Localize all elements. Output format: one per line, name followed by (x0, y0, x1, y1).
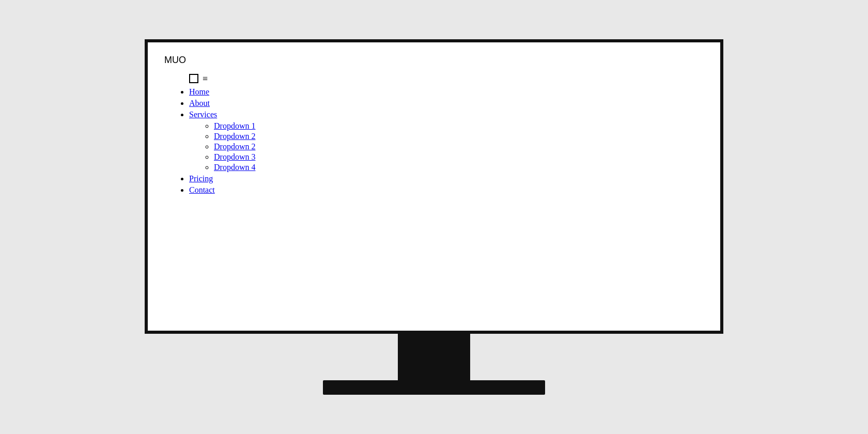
nav-link-pricing[interactable]: Pricing (189, 174, 213, 183)
monitor-wrapper: MUO ≡ HomeAboutServicesDropdown 1Dropdow… (145, 39, 723, 395)
nav-submenu-item: Dropdown 1 (214, 121, 704, 131)
nav-list: HomeAboutServicesDropdown 1Dropdown 2Dro… (164, 87, 704, 195)
nav-item: Home (189, 87, 704, 97)
site-title: MUO (164, 55, 704, 66)
monitor-screen: MUO ≡ HomeAboutServicesDropdown 1Dropdow… (145, 39, 723, 334)
nav-submenu-item: Dropdown 3 (214, 152, 704, 162)
screen-content: MUO ≡ HomeAboutServicesDropdown 1Dropdow… (148, 42, 720, 209)
nav-item: ServicesDropdown 1Dropdown 2Dropdown 2Dr… (189, 110, 704, 172)
nav-item: Pricing (189, 174, 704, 183)
nav-submenu: Dropdown 1Dropdown 2Dropdown 2Dropdown 3… (189, 121, 704, 172)
monitor-stand (323, 334, 545, 395)
monitor-neck-bottom (398, 365, 470, 380)
checkbox-menu-row: ≡ (189, 74, 704, 83)
monitor-neck-top (398, 334, 470, 365)
nav-submenu-link[interactable]: Dropdown 2 (214, 132, 255, 141)
nav-link-services[interactable]: Services (189, 110, 217, 119)
nav-submenu-item: Dropdown 2 (214, 142, 704, 151)
nav-item: About (189, 99, 704, 108)
checkbox-icon[interactable] (189, 74, 198, 83)
nav-item: Contact (189, 185, 704, 195)
nav-submenu-link[interactable]: Dropdown 2 (214, 142, 255, 151)
nav-link-about[interactable]: About (189, 99, 210, 107)
nav-submenu-link[interactable]: Dropdown 3 (214, 152, 255, 161)
nav-submenu-item: Dropdown 4 (214, 163, 704, 172)
nav-submenu-link[interactable]: Dropdown 4 (214, 163, 255, 172)
nav-link-home[interactable]: Home (189, 87, 209, 96)
nav-submenu-item: Dropdown 2 (214, 132, 704, 141)
hamburger-icon[interactable]: ≡ (203, 74, 208, 83)
main-nav: HomeAboutServicesDropdown 1Dropdown 2Dro… (164, 87, 704, 195)
nav-link-contact[interactable]: Contact (189, 185, 215, 194)
monitor-base (323, 380, 545, 395)
nav-submenu-link[interactable]: Dropdown 1 (214, 121, 255, 130)
